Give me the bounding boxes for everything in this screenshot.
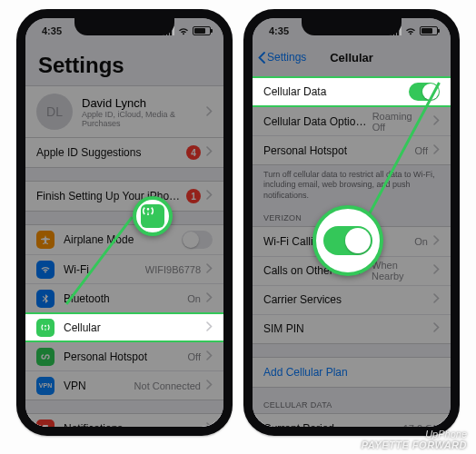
badge: 4 [186, 145, 201, 160]
airplane-icon [36, 231, 55, 249]
badge: 1 [186, 189, 201, 203]
chevron-right-icon [206, 146, 213, 159]
toggle-on-icon [323, 226, 372, 255]
phone-cellular: 4:35 Settings Cellular Cellular Data [243, 9, 460, 436]
battery-icon [193, 26, 211, 35]
airplane-mode-row[interactable]: Airplane Mode [25, 225, 223, 254]
row-label: Cellular Data Options [263, 115, 367, 128]
wifi-icon [178, 27, 189, 35]
row-value: On [187, 293, 201, 304]
section-data: CELLULAR DATA [253, 388, 451, 413]
nav-title: Cellular [330, 51, 373, 64]
chevron-right-icon [206, 292, 213, 305]
hotspot-icon [36, 348, 55, 366]
sim-pin-row[interactable]: SIM PIN [253, 314, 451, 343]
row-value: Off [415, 145, 428, 156]
hotspot-row[interactable]: Personal Hotspot Off [253, 135, 451, 164]
callout-toggle [312, 205, 383, 276]
airplane-toggle[interactable] [182, 231, 213, 249]
chevron-right-icon [433, 322, 440, 335]
back-button[interactable]: Settings [258, 44, 306, 71]
row-value: 17.0 GB [403, 423, 440, 427]
cellular-icon [36, 319, 55, 337]
row-label: Cellular [64, 321, 201, 334]
row-label: Wi-Fi [64, 263, 140, 276]
footer-note: Turn off cellular data to restrict all d… [253, 165, 451, 201]
row-label: Apple ID Suggestions [36, 146, 181, 159]
row-label: Add Cellular Plan [263, 366, 440, 379]
chevron-right-icon [433, 144, 440, 157]
status-time: 4:35 [42, 25, 62, 36]
content: Settings DL David Lynch Apple ID, iCloud… [25, 44, 223, 427]
add-plan-row[interactable]: Add Cellular Plan [253, 358, 451, 387]
wifi-icon [405, 27, 416, 35]
row-label: Cellular Data [263, 85, 409, 98]
chevron-right-icon [206, 380, 213, 392]
phone-settings: 4:35 Settings DL David Lynch Apple ID, i… [16, 9, 233, 436]
chevron-right-icon [433, 293, 440, 306]
carrier-services-row[interactable]: Carrier Services [253, 285, 451, 314]
row-label: Notifications [64, 422, 201, 427]
notifications-icon [36, 419, 55, 427]
cellular-data-row[interactable]: Cellular Data [253, 77, 451, 106]
row-value: On [414, 236, 428, 247]
row-label: Personal Hotspot [263, 144, 410, 157]
chevron-right-icon [206, 321, 213, 334]
callout-cellular-icon [133, 196, 173, 236]
screen: 4:35 Settings DL David Lynch Apple ID, i… [25, 18, 223, 427]
cellular-options-row[interactable]: Cellular Data Options Roaming Off [253, 106, 451, 135]
chevron-right-icon [206, 350, 213, 363]
current-period-row[interactable]: Current Period 17.0 GB [253, 414, 451, 427]
cellular-row[interactable]: Cellular [25, 312, 223, 341]
profile-sub: Apple ID, iCloud, Media & Purchases [82, 110, 206, 128]
page-title: Settings [25, 44, 223, 85]
hotspot-row[interactable]: Personal Hotspot Off [25, 341, 223, 370]
apple-id-row[interactable]: DL David Lynch Apple ID, iCloud, Media &… [25, 85, 223, 138]
row-value: WIFI9B6778 [145, 264, 201, 275]
row-label: VPN [64, 380, 129, 392]
finish-setup-row[interactable]: Finish Setting Up Your iPhone 1 [25, 182, 223, 211]
watermark-line1: UpPhone [362, 429, 467, 439]
row-label: Personal Hotspot [64, 350, 183, 363]
wifi-icon [36, 261, 55, 279]
watermark: UpPhone PAYETTE FORWARD [362, 429, 467, 450]
stage: { "status": { "time": "4:35" }, "left": … [0, 0, 476, 454]
bluetooth-icon [36, 290, 55, 308]
chevron-right-icon [433, 264, 440, 277]
chevron-right-icon [206, 104, 213, 120]
row-label: SIM PIN [263, 322, 428, 335]
chevron-right-icon [206, 263, 213, 276]
chevron-right-icon [206, 190, 213, 202]
row-label: Current Period [263, 422, 398, 427]
apple-id-suggestions-row[interactable]: Apple ID Suggestions 4 [25, 138, 223, 167]
notch [74, 17, 174, 35]
notifications-row[interactable]: Notifications [25, 414, 223, 427]
watermark-line2: PAYETTE FORWARD [362, 439, 467, 450]
row-value: Off [188, 351, 201, 362]
vpn-row[interactable]: VPN VPN Not Connected [25, 370, 223, 400]
row-label: Airplane Mode [64, 233, 182, 246]
notch [302, 17, 402, 35]
profile-name: David Lynch [82, 96, 206, 110]
row-value: Not Connected [134, 380, 201, 391]
row-label: Bluetooth [64, 292, 182, 305]
wifi-row[interactable]: Wi-Fi WIFI9B6778 [25, 254, 223, 283]
navbar: Settings Cellular [253, 44, 451, 71]
svg-rect-0 [43, 425, 48, 427]
row-label: Carrier Services [263, 293, 428, 306]
chevron-right-icon [433, 235, 440, 248]
battery-icon [420, 26, 438, 35]
chevron-right-icon [433, 115, 440, 128]
status-time: 4:35 [269, 25, 289, 36]
back-label: Settings [267, 51, 306, 64]
vpn-icon: VPN [36, 377, 55, 395]
avatar: DL [36, 94, 73, 130]
row-value: When Nearby [372, 260, 428, 281]
cellular-icon [141, 204, 164, 228]
chevron-right-icon [206, 422, 213, 427]
bluetooth-row[interactable]: Bluetooth On [25, 283, 223, 312]
